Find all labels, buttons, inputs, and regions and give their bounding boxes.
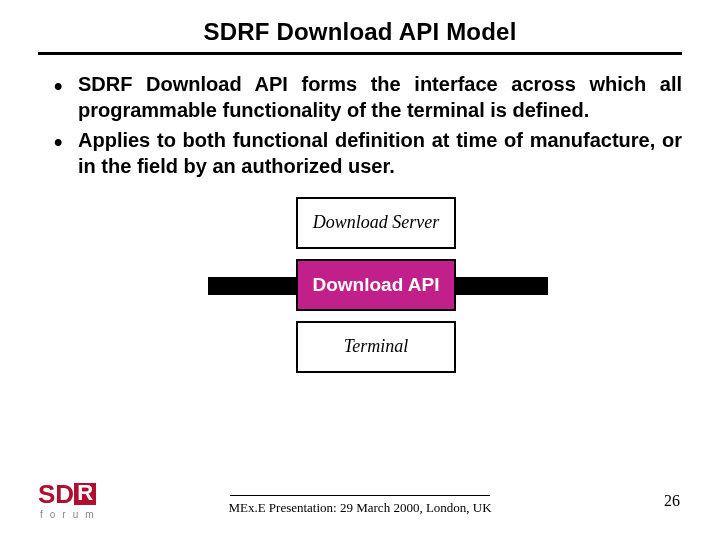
bullet-list: SDRF Download API forms the interface ac… xyxy=(38,71,682,179)
box-label: Terminal xyxy=(344,337,408,357)
page-number: 26 xyxy=(664,492,680,510)
logo-letter: D xyxy=(55,481,74,507)
logo-letter: S xyxy=(38,481,55,507)
box-label: Download API xyxy=(312,275,439,296)
logo-r-block: R xyxy=(74,481,96,503)
bullet-item: SDRF Download API forms the interface ac… xyxy=(50,71,682,123)
slide: SDRF Download API Model SDRF Download AP… xyxy=(0,0,720,540)
bullet-item: Applies to both functional definition at… xyxy=(50,127,682,179)
diagram: Download Server Download API Terminal xyxy=(38,193,682,393)
footer: SDR forum MEx.E Presentation: 29 March 2… xyxy=(0,466,720,526)
footer-rule xyxy=(230,495,490,496)
logo-main: SDR xyxy=(38,481,158,507)
logo: SDR forum xyxy=(38,481,158,520)
box-terminal: Terminal xyxy=(296,321,456,373)
logo-subtext: forum xyxy=(38,509,158,520)
box-download-api: Download API xyxy=(296,259,456,311)
footer-center: MEx.E Presentation: 29 March 2000, Londo… xyxy=(200,495,520,516)
title-rule xyxy=(38,52,682,55)
box-label: Download Server xyxy=(313,213,439,233)
footer-text: MEx.E Presentation: 29 March 2000, Londo… xyxy=(200,500,520,516)
box-download-server: Download Server xyxy=(296,197,456,249)
slide-title: SDRF Download API Model xyxy=(38,18,682,46)
